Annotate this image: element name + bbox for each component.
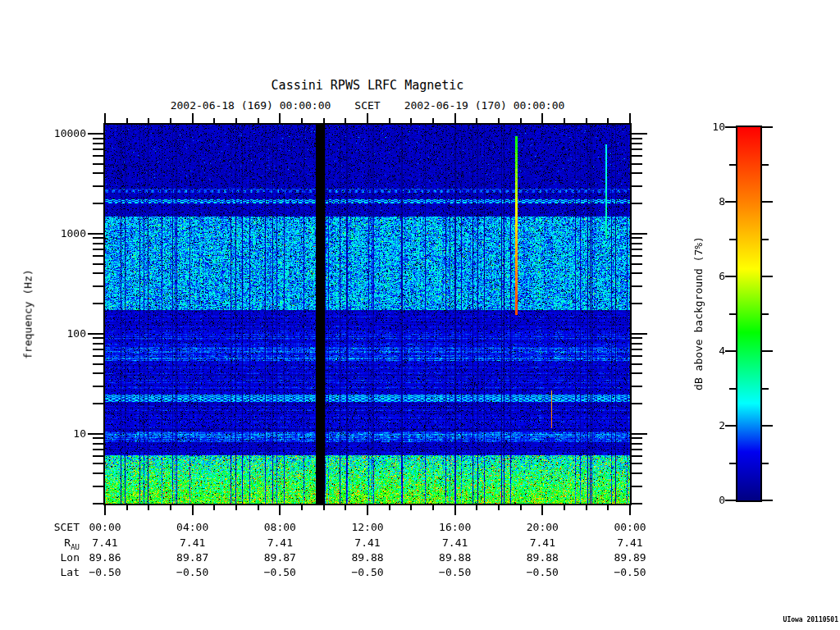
- row-value: 00:00: [71, 521, 139, 533]
- row-value: 89.87: [158, 551, 227, 564]
- row-value: −0.50: [158, 566, 227, 578]
- row-value: 7.41: [71, 536, 139, 549]
- y-tick-label: 10000: [35, 127, 86, 139]
- scet-label: SCET: [354, 99, 380, 112]
- spectrogram-image: [105, 125, 630, 504]
- colorbar-tick-label: 4: [692, 345, 725, 357]
- row-value: 89.87: [245, 551, 314, 564]
- colorbar-tick-label: 0: [692, 494, 725, 506]
- spectrogram-plot-page: Cassini RPWS LRFC Magnetic 2002-06-18 (1…: [0, 0, 840, 630]
- row-value: 12:00: [333, 521, 402, 533]
- row-value: 7.41: [245, 536, 314, 549]
- row-value: 16:00: [421, 521, 490, 533]
- row-value: 89.88: [421, 551, 490, 564]
- version-watermark: UIowa 20110501: [756, 616, 838, 623]
- colorbar: [736, 126, 762, 502]
- row-value: 7.41: [508, 536, 577, 549]
- row-value: 89.86: [71, 551, 139, 564]
- colorbar-label: dB above background (7%): [692, 236, 705, 390]
- y-axis-label: frequency (Hz): [22, 269, 34, 359]
- row-value: 89.88: [333, 551, 402, 564]
- row-value: 89.89: [596, 551, 664, 564]
- row-value: 7.41: [158, 536, 227, 549]
- row-value: 7.41: [596, 536, 664, 549]
- y-tick-label: 100: [35, 327, 86, 340]
- row-value: 7.41: [333, 536, 402, 549]
- y-tick-label: 10: [35, 427, 86, 440]
- row-value: −0.50: [245, 566, 314, 578]
- end-time-label: 2002-06-19 (170) 00:00:00: [404, 99, 565, 112]
- plot-title: Cassini RPWS LRFC Magnetic: [105, 78, 630, 93]
- time-range-header: 2002-06-18 (169) 00:00:00 SCET 2002-06-1…: [105, 99, 630, 112]
- row-value: 20:00: [508, 521, 577, 533]
- row-value: 00:00: [596, 521, 664, 533]
- row-value: −0.50: [596, 566, 664, 578]
- row-value: −0.50: [421, 566, 490, 578]
- row-value: 04:00: [158, 521, 227, 533]
- y-tick-label: 1000: [35, 227, 86, 240]
- colorbar-tick-label: 8: [692, 195, 725, 208]
- row-value: −0.50: [333, 566, 402, 578]
- colorbar-tick-label: 10: [692, 121, 725, 133]
- row-value: −0.50: [71, 566, 139, 578]
- row-value: 89.88: [508, 551, 577, 564]
- start-time-label: 2002-06-18 (169) 00:00:00: [171, 99, 331, 112]
- colorbar-tick-label: 6: [692, 270, 725, 282]
- row-value: −0.50: [508, 566, 577, 578]
- row-value: 08:00: [245, 521, 314, 533]
- row-value: 7.41: [421, 536, 490, 549]
- colorbar-tick-label: 2: [692, 419, 725, 431]
